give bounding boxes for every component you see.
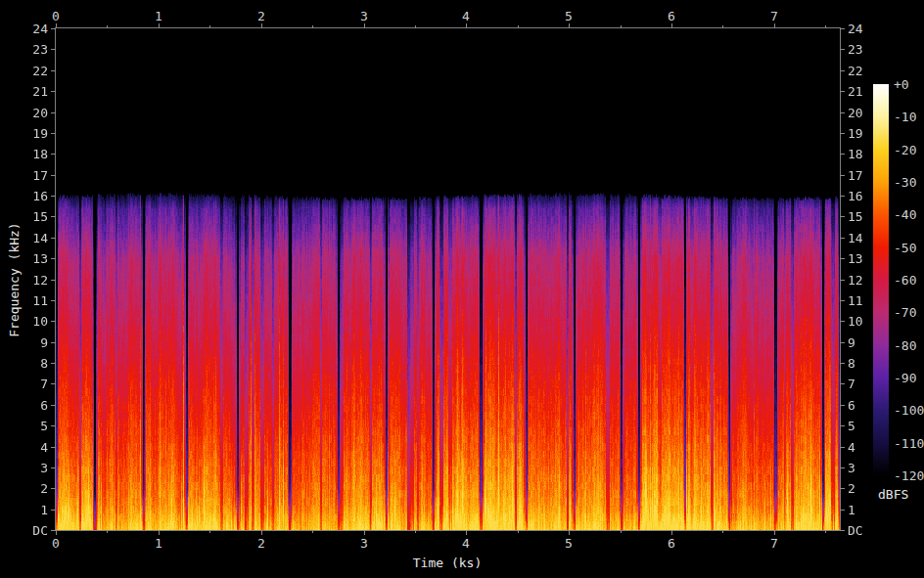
colorbar-tick-label: -50 — [894, 242, 916, 254]
y-tick-left — [51, 510, 56, 511]
y-tick-label-left: 5 — [40, 420, 48, 432]
x-major-tick-bottom — [261, 530, 262, 535]
y-tick-label-left: 3 — [40, 462, 48, 474]
y-tick-label-left: 24 — [32, 22, 48, 35]
y-tick-label-left: 6 — [40, 399, 48, 412]
y-tick-label-right: 1 — [848, 504, 855, 516]
x-major-tick-bottom — [56, 530, 57, 535]
x-major-tick-bottom — [671, 530, 672, 535]
x-major-tick-bottom — [774, 530, 775, 535]
y-tick-label-right: 2 — [848, 482, 855, 495]
x-minor-tick-bottom — [415, 530, 416, 533]
colorbar-tick-label: -80 — [894, 339, 916, 352]
y-tick-left — [51, 238, 56, 239]
colorbar-tick-label: +0 — [894, 78, 909, 91]
y-tick-label-left: 10 — [32, 315, 48, 328]
y-tick-label-left: 20 — [32, 107, 48, 119]
y-tick-label-right: 21 — [848, 85, 863, 98]
y-tick-right — [840, 321, 845, 322]
colorbar-tick-label: -60 — [894, 274, 916, 287]
y-tick-label-left: 13 — [32, 252, 48, 265]
x-tick-label-bottom: 2 — [257, 537, 265, 550]
y-tick-right — [840, 488, 845, 489]
colorbar-tick-label: -90 — [894, 372, 916, 384]
x-major-tick-top — [774, 23, 775, 28]
colorbar-tick-label: -100 — [894, 404, 924, 417]
x-minor-tick-top — [825, 25, 826, 28]
y-tick-label-right: 12 — [848, 274, 863, 287]
y-tick-label-left: DC — [32, 524, 48, 537]
x-tick-label-bottom: 4 — [462, 537, 470, 550]
y-tick-right — [840, 467, 845, 468]
colorbar-tick-label: -40 — [894, 208, 916, 221]
y-tick-label-left: 18 — [32, 148, 48, 160]
y-tick-label-left: 1 — [40, 504, 48, 516]
y-tick-left — [51, 363, 56, 364]
y-tick-left — [51, 70, 56, 71]
colorbar-tick-label: -20 — [894, 144, 916, 156]
x-major-tick-top — [466, 23, 467, 28]
y-tick-right — [840, 154, 845, 155]
y-tick-label-right: 18 — [848, 148, 863, 160]
y-tick-label-right: 4 — [848, 441, 855, 454]
x-tick-label-bottom: 7 — [770, 537, 778, 550]
x-major-tick-top — [56, 23, 57, 28]
y-tick-label-left: 14 — [32, 232, 48, 245]
y-tick-right — [840, 175, 845, 176]
y-tick-label-left: 16 — [32, 190, 48, 202]
y-tick-left — [51, 258, 56, 259]
y-tick-left — [51, 154, 56, 155]
y-tick-label-left: 15 — [32, 210, 48, 223]
x-minor-tick-bottom — [209, 530, 210, 533]
y-tick-left — [51, 216, 56, 217]
x-minor-tick-top — [415, 25, 416, 28]
x-minor-tick-bottom — [825, 530, 826, 533]
x-minor-tick-bottom — [518, 530, 519, 533]
y-tick-left — [51, 405, 56, 406]
y-tick-label-right: 8 — [848, 357, 855, 370]
x-minor-tick-bottom — [312, 530, 313, 533]
x-axis-title: Time (ks) — [413, 556, 482, 569]
y-tick-label-right: 15 — [848, 210, 863, 223]
y-tick-label-left: 22 — [32, 65, 48, 77]
y-tick-label-right: 5 — [848, 420, 855, 432]
y-tick-right — [840, 280, 845, 281]
x-major-tick-top — [261, 23, 262, 28]
y-tick-right — [840, 425, 845, 426]
x-major-tick-bottom — [466, 530, 467, 535]
y-tick-right — [840, 238, 845, 239]
y-tick-left — [51, 133, 56, 134]
x-minor-tick-top — [722, 25, 723, 28]
x-tick-label-top: 0 — [52, 10, 60, 22]
x-tick-label-bottom: 6 — [668, 537, 675, 550]
x-tick-label-top: 7 — [770, 10, 778, 22]
y-tick-label-right: 10 — [848, 315, 863, 328]
plot-frame — [55, 27, 841, 531]
x-major-tick-bottom — [159, 530, 160, 535]
x-minor-tick-top — [312, 25, 313, 28]
y-tick-label-right: 14 — [848, 232, 863, 245]
y-tick-label-left: 2 — [40, 482, 48, 495]
y-tick-left — [51, 488, 56, 489]
y-tick-right — [840, 530, 845, 531]
spectrogram-figure: Frequency (kHz) Time (ks) dBFS 001122334… — [0, 0, 924, 578]
y-tick-right — [840, 112, 845, 113]
colorbar-tick-label: -70 — [894, 306, 916, 319]
y-tick-right — [840, 49, 845, 50]
y-tick-label-right: 6 — [848, 399, 855, 412]
colorbar-tick-label: -120 — [894, 469, 924, 482]
y-tick-right — [840, 447, 845, 448]
y-tick-label-right: DC — [848, 524, 863, 537]
x-minor-tick-top — [518, 25, 519, 28]
x-tick-label-top: 4 — [462, 10, 470, 22]
y-tick-label-right: 23 — [848, 43, 863, 56]
y-tick-left — [51, 280, 56, 281]
y-tick-left — [51, 196, 56, 197]
x-tick-label-top: 2 — [257, 10, 265, 22]
colorbar-tick-label: -110 — [894, 437, 924, 450]
x-tick-label-top: 6 — [668, 10, 675, 22]
y-tick-left — [51, 321, 56, 322]
x-tick-label-top: 1 — [155, 10, 162, 22]
y-tick-label-left: 23 — [32, 43, 48, 56]
y-tick-left — [51, 530, 56, 531]
